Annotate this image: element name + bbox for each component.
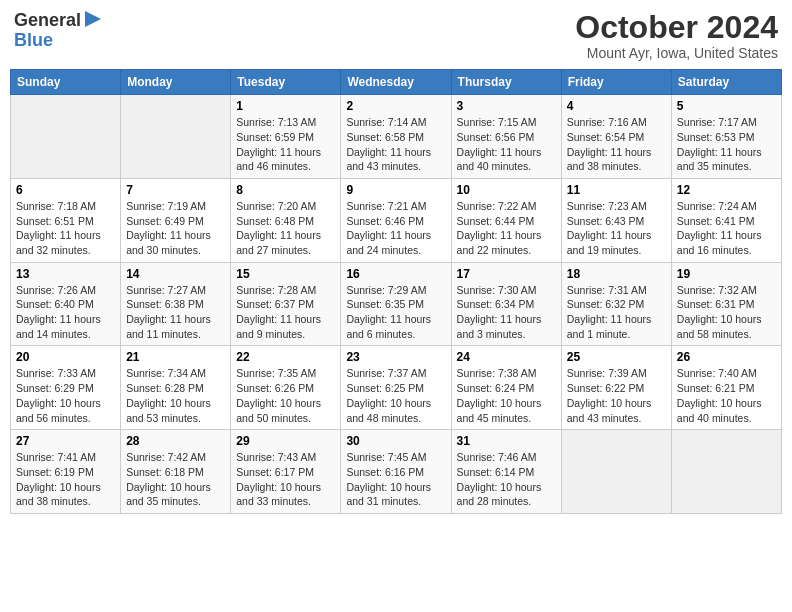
day-number: 23 [346,350,445,364]
calendar-cell: 30Sunrise: 7:45 AMSunset: 6:16 PMDayligh… [341,430,451,514]
calendar-cell: 9Sunrise: 7:21 AMSunset: 6:46 PMDaylight… [341,178,451,262]
calendar-cell [671,430,781,514]
day-number: 22 [236,350,335,364]
calendar-cell: 21Sunrise: 7:34 AMSunset: 6:28 PMDayligh… [121,346,231,430]
weekday-header-wednesday: Wednesday [341,70,451,95]
day-info: Sunrise: 7:15 AMSunset: 6:56 PMDaylight:… [457,115,556,174]
day-info: Sunrise: 7:21 AMSunset: 6:46 PMDaylight:… [346,199,445,258]
day-info: Sunrise: 7:30 AMSunset: 6:34 PMDaylight:… [457,283,556,342]
logo: General Blue [14,10,101,49]
day-info: Sunrise: 7:32 AMSunset: 6:31 PMDaylight:… [677,283,776,342]
day-info: Sunrise: 7:42 AMSunset: 6:18 PMDaylight:… [126,450,225,509]
day-number: 24 [457,350,556,364]
day-number: 28 [126,434,225,448]
day-info: Sunrise: 7:41 AMSunset: 6:19 PMDaylight:… [16,450,115,509]
day-info: Sunrise: 7:35 AMSunset: 6:26 PMDaylight:… [236,366,335,425]
day-info: Sunrise: 7:43 AMSunset: 6:17 PMDaylight:… [236,450,335,509]
day-info: Sunrise: 7:29 AMSunset: 6:35 PMDaylight:… [346,283,445,342]
day-info: Sunrise: 7:20 AMSunset: 6:48 PMDaylight:… [236,199,335,258]
day-number: 4 [567,99,666,113]
logo-arrow [85,11,101,31]
day-info: Sunrise: 7:19 AMSunset: 6:49 PMDaylight:… [126,199,225,258]
calendar-cell [11,95,121,179]
calendar-cell: 3Sunrise: 7:15 AMSunset: 6:56 PMDaylight… [451,95,561,179]
calendar-table: SundayMondayTuesdayWednesdayThursdayFrid… [10,69,782,514]
calendar-cell: 19Sunrise: 7:32 AMSunset: 6:31 PMDayligh… [671,262,781,346]
location: Mount Ayr, Iowa, United States [575,45,778,61]
day-number: 31 [457,434,556,448]
day-number: 16 [346,267,445,281]
day-info: Sunrise: 7:26 AMSunset: 6:40 PMDaylight:… [16,283,115,342]
weekday-header-monday: Monday [121,70,231,95]
day-number: 20 [16,350,115,364]
month-title: October 2024 [575,10,778,45]
calendar-cell [561,430,671,514]
day-number: 2 [346,99,445,113]
day-info: Sunrise: 7:24 AMSunset: 6:41 PMDaylight:… [677,199,776,258]
day-info: Sunrise: 7:37 AMSunset: 6:25 PMDaylight:… [346,366,445,425]
title-area: October 2024 Mount Ayr, Iowa, United Sta… [575,10,778,61]
calendar-cell: 12Sunrise: 7:24 AMSunset: 6:41 PMDayligh… [671,178,781,262]
calendar-cell [121,95,231,179]
calendar-cell: 16Sunrise: 7:29 AMSunset: 6:35 PMDayligh… [341,262,451,346]
day-number: 30 [346,434,445,448]
calendar-cell: 2Sunrise: 7:14 AMSunset: 6:58 PMDaylight… [341,95,451,179]
day-number: 9 [346,183,445,197]
day-info: Sunrise: 7:16 AMSunset: 6:54 PMDaylight:… [567,115,666,174]
day-info: Sunrise: 7:13 AMSunset: 6:59 PMDaylight:… [236,115,335,174]
day-number: 10 [457,183,556,197]
logo-blue: Blue [14,31,101,49]
weekday-header-sunday: Sunday [11,70,121,95]
calendar-cell: 1Sunrise: 7:13 AMSunset: 6:59 PMDaylight… [231,95,341,179]
calendar-cell: 13Sunrise: 7:26 AMSunset: 6:40 PMDayligh… [11,262,121,346]
day-info: Sunrise: 7:23 AMSunset: 6:43 PMDaylight:… [567,199,666,258]
calendar-cell: 6Sunrise: 7:18 AMSunset: 6:51 PMDaylight… [11,178,121,262]
calendar-cell: 10Sunrise: 7:22 AMSunset: 6:44 PMDayligh… [451,178,561,262]
day-number: 18 [567,267,666,281]
day-info: Sunrise: 7:33 AMSunset: 6:29 PMDaylight:… [16,366,115,425]
calendar-cell: 18Sunrise: 7:31 AMSunset: 6:32 PMDayligh… [561,262,671,346]
calendar-cell: 25Sunrise: 7:39 AMSunset: 6:22 PMDayligh… [561,346,671,430]
calendar-cell: 29Sunrise: 7:43 AMSunset: 6:17 PMDayligh… [231,430,341,514]
day-info: Sunrise: 7:18 AMSunset: 6:51 PMDaylight:… [16,199,115,258]
day-number: 5 [677,99,776,113]
calendar-cell: 4Sunrise: 7:16 AMSunset: 6:54 PMDaylight… [561,95,671,179]
calendar-cell: 31Sunrise: 7:46 AMSunset: 6:14 PMDayligh… [451,430,561,514]
day-number: 13 [16,267,115,281]
calendar-cell: 24Sunrise: 7:38 AMSunset: 6:24 PMDayligh… [451,346,561,430]
day-number: 15 [236,267,335,281]
calendar-cell: 14Sunrise: 7:27 AMSunset: 6:38 PMDayligh… [121,262,231,346]
day-number: 7 [126,183,225,197]
day-number: 12 [677,183,776,197]
day-info: Sunrise: 7:31 AMSunset: 6:32 PMDaylight:… [567,283,666,342]
day-number: 3 [457,99,556,113]
day-info: Sunrise: 7:17 AMSunset: 6:53 PMDaylight:… [677,115,776,174]
calendar-cell: 5Sunrise: 7:17 AMSunset: 6:53 PMDaylight… [671,95,781,179]
day-number: 14 [126,267,225,281]
day-number: 8 [236,183,335,197]
calendar-cell: 27Sunrise: 7:41 AMSunset: 6:19 PMDayligh… [11,430,121,514]
logo-general: General [14,10,81,31]
day-info: Sunrise: 7:38 AMSunset: 6:24 PMDaylight:… [457,366,556,425]
day-number: 27 [16,434,115,448]
day-info: Sunrise: 7:46 AMSunset: 6:14 PMDaylight:… [457,450,556,509]
day-number: 1 [236,99,335,113]
day-info: Sunrise: 7:14 AMSunset: 6:58 PMDaylight:… [346,115,445,174]
day-info: Sunrise: 7:40 AMSunset: 6:21 PMDaylight:… [677,366,776,425]
day-number: 6 [16,183,115,197]
calendar-cell: 23Sunrise: 7:37 AMSunset: 6:25 PMDayligh… [341,346,451,430]
calendar-cell: 28Sunrise: 7:42 AMSunset: 6:18 PMDayligh… [121,430,231,514]
day-number: 19 [677,267,776,281]
day-info: Sunrise: 7:39 AMSunset: 6:22 PMDaylight:… [567,366,666,425]
calendar-cell: 17Sunrise: 7:30 AMSunset: 6:34 PMDayligh… [451,262,561,346]
day-info: Sunrise: 7:45 AMSunset: 6:16 PMDaylight:… [346,450,445,509]
page-header: General Blue October 2024 Mount Ayr, Iow… [10,10,782,61]
day-number: 29 [236,434,335,448]
weekday-header-thursday: Thursday [451,70,561,95]
calendar-cell: 26Sunrise: 7:40 AMSunset: 6:21 PMDayligh… [671,346,781,430]
day-number: 11 [567,183,666,197]
calendar-cell: 15Sunrise: 7:28 AMSunset: 6:37 PMDayligh… [231,262,341,346]
calendar-cell: 7Sunrise: 7:19 AMSunset: 6:49 PMDaylight… [121,178,231,262]
weekday-header-friday: Friday [561,70,671,95]
day-info: Sunrise: 7:22 AMSunset: 6:44 PMDaylight:… [457,199,556,258]
